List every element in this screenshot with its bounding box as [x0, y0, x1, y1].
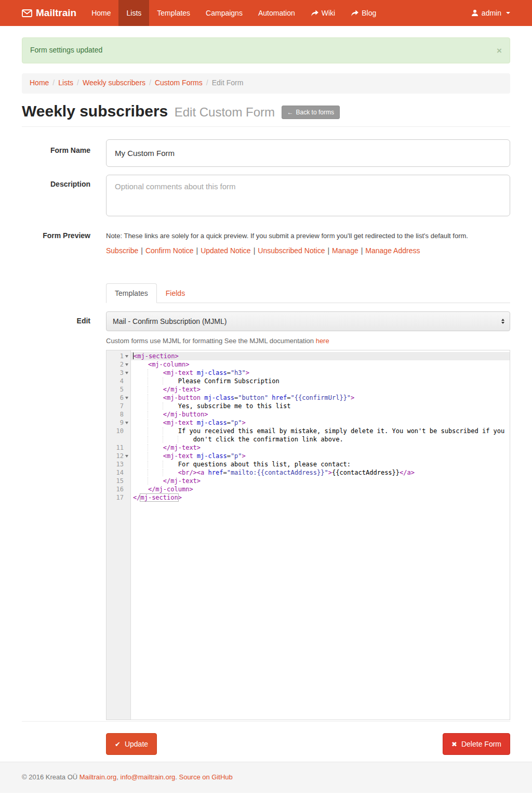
- fold-toggle-icon[interactable]: [124, 452, 129, 460]
- fold-slot: [124, 468, 129, 477]
- mjml-help-text: Custom forms use MJML for formatting See…: [106, 337, 510, 345]
- divider: [22, 126, 510, 127]
- gutter-row: 9: [107, 419, 130, 427]
- preview-link-manage[interactable]: Manage: [332, 246, 358, 255]
- brand-mailtrain[interactable]: Mailtrain: [22, 0, 76, 26]
- nav-item-blog[interactable]: Blog: [343, 0, 384, 26]
- indent: [148, 377, 163, 385]
- code-line: <mj-column>: [131, 360, 510, 369]
- gutter-row: 13: [107, 460, 130, 468]
- code-token-tag: </mj-button>: [163, 411, 208, 418]
- code-token-str: "button": [238, 394, 268, 401]
- page-header: Weekly subscribers Edit Custom Form ← Ba…: [22, 102, 510, 120]
- footer-link-email[interactable]: info@mailtrain.org: [121, 773, 176, 781]
- mjml-help-label: Custom forms use MJML for formatting See…: [106, 337, 314, 345]
- code-token-tag: <mj-text: [163, 369, 193, 376]
- nav-item-templates[interactable]: Templates: [149, 0, 198, 26]
- indent: [148, 411, 163, 418]
- indent: [178, 436, 193, 443]
- nav-item-automation[interactable]: Automation: [250, 0, 303, 26]
- indent: [133, 427, 148, 435]
- code-token-pun: =: [227, 452, 231, 460]
- code-token-pln: [193, 369, 197, 376]
- nav-item-label: Wiki: [322, 9, 335, 17]
- line-number: 9: [120, 419, 124, 426]
- code-line: </mj-button>: [131, 410, 510, 419]
- breadcrumb-link-lists[interactable]: Lists: [58, 79, 73, 87]
- tab-templates[interactable]: Templates: [106, 283, 157, 303]
- mjml-doc-link[interactable]: here: [316, 337, 329, 345]
- code-token-attr: mj-class: [197, 452, 227, 460]
- alert-close-icon[interactable]: ×: [497, 46, 502, 55]
- gutter-row: 1: [107, 352, 130, 360]
- update-button[interactable]: ✔ Update: [106, 733, 157, 755]
- nav-items: HomeListsTemplatesCampaignsAutomationWik…: [84, 0, 384, 26]
- indent: [133, 444, 148, 451]
- indent: [163, 402, 178, 410]
- fold-slot: [124, 435, 129, 443]
- code-token-tag: >: [242, 452, 246, 460]
- code-editor[interactable]: 1234567891011121314151617 <mj-section> <…: [106, 350, 510, 720]
- indent: [148, 477, 163, 485]
- gutter-row: 15: [107, 477, 130, 485]
- preview-links: Subscribe|Confirm Notice|Updated Notice|…: [106, 246, 510, 255]
- line-number: 5: [120, 386, 124, 393]
- line-number: 16: [116, 486, 124, 493]
- indent: [148, 394, 163, 401]
- fold-toggle-icon[interactable]: [124, 352, 129, 360]
- nav-item-wiki[interactable]: Wiki: [303, 0, 343, 26]
- indent: [148, 461, 163, 468]
- preview-link-unsubscribed-notice[interactable]: Unsubscribed Notice: [258, 246, 325, 255]
- nav-item-lists[interactable]: Lists: [118, 0, 149, 26]
- form-name-input[interactable]: [106, 139, 510, 167]
- code-token-str: "p": [231, 452, 242, 460]
- nav-item-home[interactable]: Home: [84, 0, 118, 26]
- share-arrow-icon: [311, 10, 318, 17]
- line-number: 7: [120, 402, 124, 410]
- code-line: </mj-section>: [131, 493, 510, 502]
- description-textarea[interactable]: [106, 175, 510, 216]
- gutter-row: 14: [107, 468, 130, 477]
- code-token-pln: [204, 469, 208, 476]
- gutter-row: [107, 435, 130, 443]
- code-token-tag: </mj-text>: [163, 386, 201, 393]
- template-select[interactable]: Mail - Confirm Subscription (MJML): [106, 311, 510, 331]
- preview-link-confirm-notice[interactable]: Confirm Notice: [145, 246, 194, 255]
- indent: [163, 461, 178, 468]
- preview-link-updated-notice[interactable]: Updated Notice: [201, 246, 251, 255]
- page-subtitle: Edit Custom Form: [175, 105, 275, 119]
- preview-link-separator: |: [138, 246, 145, 255]
- breadcrumb-current: Edit Form: [212, 79, 244, 87]
- tab-fields[interactable]: Fields: [157, 283, 194, 303]
- indent: [163, 469, 178, 476]
- editor-code-area[interactable]: <mj-section> <mj-column> <mj-text mj-cla…: [131, 350, 510, 720]
- preview-link-manage-address[interactable]: Manage Address: [365, 246, 420, 255]
- back-to-forms-button[interactable]: ← Back to forms: [282, 106, 340, 119]
- fold-toggle-icon[interactable]: [124, 394, 129, 402]
- breadcrumb-link-home[interactable]: Home: [30, 79, 49, 87]
- delete-form-button[interactable]: ✖ Delete Form: [443, 733, 510, 755]
- fold-slot: [124, 427, 129, 435]
- line-number: 1: [120, 353, 124, 360]
- preview-link-subscribe[interactable]: Subscribe: [106, 246, 138, 255]
- user-menu-admin[interactable]: admin: [471, 0, 510, 26]
- fold-toggle-icon[interactable]: [124, 360, 129, 369]
- code-line: Please Confirm Subscription: [131, 377, 510, 385]
- indent: [133, 369, 148, 376]
- footer-link-mailtrain[interactable]: Mailtrain.org: [79, 773, 117, 781]
- breadcrumb-separator: /: [145, 79, 155, 87]
- footer-link-github[interactable]: Source on GitHub: [179, 773, 232, 781]
- page-footer: © 2016 Kreata OÜ Mailtrain.org, info@mai…: [0, 762, 532, 793]
- nav-item-campaigns[interactable]: Campaigns: [198, 0, 250, 26]
- line-number: 12: [116, 452, 124, 460]
- share-arrow-icon: [351, 10, 358, 17]
- breadcrumb-link-custom-forms[interactable]: Custom Forms: [155, 79, 203, 87]
- code-line: </mj-text>: [131, 385, 510, 394]
- success-alert: Form settings updated ×: [22, 37, 510, 63]
- fold-toggle-icon[interactable]: [124, 419, 129, 427]
- code-token-tag: >: [328, 469, 332, 476]
- gutter-row: 17: [107, 493, 130, 502]
- code-token-pln: For questions about this list, please co…: [178, 461, 351, 468]
- breadcrumb-link-weekly-subscribers[interactable]: Weekly subscribers: [83, 79, 145, 87]
- fold-toggle-icon[interactable]: [124, 369, 129, 377]
